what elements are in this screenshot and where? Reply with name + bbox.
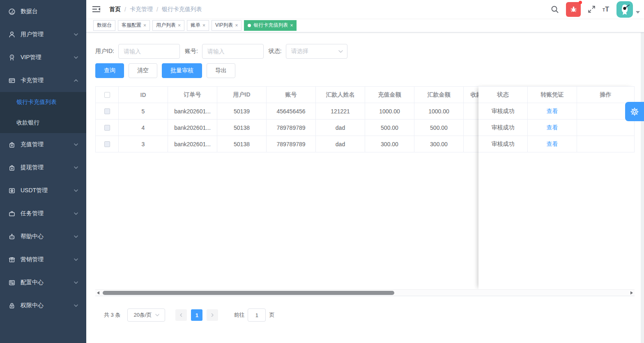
bank-card-icon bbox=[8, 77, 16, 84]
table-row[interactable]: 4 bank202601... 50138 789789789 dad 500.… bbox=[96, 120, 501, 136]
prev-page-button[interactable] bbox=[175, 309, 187, 321]
sidebar-item-dashboard[interactable]: 数据台 bbox=[0, 0, 86, 23]
table-row[interactable]: 3 bank202601... 50138 789789789 dad 300.… bbox=[96, 136, 501, 152]
tab-dashboard[interactable]: 数据台 bbox=[93, 20, 115, 31]
breadcrumb-level2: 银行卡充值列表 bbox=[162, 6, 202, 13]
sidebar-item-label: VIP管理 bbox=[21, 54, 41, 61]
account-label: 账号: bbox=[185, 48, 198, 55]
close-icon[interactable]: × bbox=[235, 23, 238, 28]
svg-text:1: 1 bbox=[11, 55, 13, 58]
sidebar-item-label: 卡充管理 bbox=[21, 77, 44, 84]
close-icon[interactable]: × bbox=[143, 23, 146, 28]
account-input[interactable] bbox=[202, 44, 264, 59]
sidebar-item-card-recharge[interactable]: 卡充管理 bbox=[0, 69, 86, 92]
tab-bills[interactable]: 账单× bbox=[187, 20, 209, 31]
data-table: ID 订单号 用户ID 账号 汇款人姓名 充值金额 汇款金额 收款银行 5 ba… bbox=[95, 86, 635, 289]
search-icon[interactable] bbox=[551, 5, 559, 14]
view-voucher-link[interactable]: 查看 bbox=[547, 140, 558, 148]
tab-customer-service-config[interactable]: 客服配置× bbox=[118, 20, 150, 31]
scroll-left-arrow-icon[interactable] bbox=[97, 291, 99, 295]
error-log-button[interactable] bbox=[566, 2, 581, 17]
table-row-fixed: 审核成功 查看 bbox=[478, 120, 635, 136]
close-icon[interactable]: × bbox=[202, 23, 205, 28]
chevron-down-icon bbox=[74, 235, 78, 238]
sidebar-item-receiving-bank[interactable]: 收款银行 bbox=[0, 113, 86, 133]
export-button[interactable]: 导出 bbox=[207, 63, 235, 78]
sidebar-item-usdt-management[interactable]: USDT管理 bbox=[0, 179, 86, 202]
status-select[interactable]: 请选择 bbox=[286, 44, 347, 59]
chevron-up-icon bbox=[74, 79, 78, 82]
clear-button[interactable]: 清空 bbox=[129, 63, 157, 78]
chevron-down-icon bbox=[74, 56, 78, 59]
view-voucher-link[interactable]: 查看 bbox=[547, 108, 558, 115]
sidebar-item-user-management[interactable]: 用户管理 bbox=[0, 23, 86, 46]
pagination: 共 3 条 20条/页 1 前往 页 bbox=[104, 308, 274, 322]
scroll-right-arrow-icon[interactable] bbox=[630, 291, 633, 295]
search-button[interactable]: 查询 bbox=[95, 63, 124, 78]
row-checkbox[interactable] bbox=[104, 108, 110, 114]
tags-view-bar: 数据台 客服配置× 用户列表× 账单× VIP列表× 银行卡充值列表× bbox=[86, 18, 644, 32]
user-id-input[interactable] bbox=[118, 44, 180, 59]
sidebar-item-withdraw-management[interactable]: 提现管理 bbox=[0, 156, 86, 179]
view-voucher-link[interactable]: 查看 bbox=[547, 124, 558, 131]
chevron-down-icon bbox=[74, 281, 78, 284]
scrollbar-thumb[interactable] bbox=[103, 291, 394, 295]
sidebar-item-permission-center[interactable]: 权限中心 bbox=[0, 294, 86, 317]
sidebar-item-label: 帮助中心 bbox=[21, 233, 44, 240]
sidebar-item-task-management[interactable]: 任务管理 bbox=[0, 202, 86, 225]
table-row-fixed: 审核成功 查看 bbox=[478, 103, 635, 120]
chevron-down-icon bbox=[74, 33, 78, 36]
col-voucher: 转账凭证 bbox=[528, 87, 577, 103]
chevron-down-icon bbox=[155, 314, 159, 316]
tab-bank-card-recharge-list[interactable]: 银行卡充值列表× bbox=[244, 20, 297, 31]
close-icon[interactable]: × bbox=[178, 23, 181, 28]
table-row[interactable]: 5 bank202601... 50139 456456456 121221 1… bbox=[96, 103, 501, 120]
chevron-down-icon bbox=[74, 212, 78, 215]
goto-label: 前往 bbox=[234, 311, 244, 319]
page-number-button[interactable]: 1 bbox=[191, 309, 202, 321]
tab-vip-list[interactable]: VIP列表× bbox=[212, 20, 242, 31]
sidebar-collapse-icon[interactable] bbox=[92, 6, 101, 13]
close-icon[interactable]: × bbox=[290, 23, 293, 28]
chevron-down-icon bbox=[74, 166, 78, 169]
goto-page-input[interactable] bbox=[248, 308, 266, 322]
sidebar-item-marketing-management[interactable]: 营销管理 bbox=[0, 248, 86, 271]
batch-audit-button[interactable]: 批量审核 bbox=[162, 63, 202, 78]
sidebar-item-label: 权限中心 bbox=[21, 302, 44, 309]
sidebar-item-help-center[interactable]: 帮助中心 bbox=[0, 225, 86, 248]
sidebar-item-recharge-management[interactable]: 充值管理 bbox=[0, 133, 86, 156]
avatar[interactable] bbox=[616, 1, 633, 18]
col-recharge-amount: 充值金额 bbox=[365, 87, 414, 103]
sidebar-item-label: 营销管理 bbox=[21, 256, 44, 263]
filter-form: 用户ID: 账号: 状态: 请选择 bbox=[95, 44, 347, 59]
next-page-button[interactable] bbox=[207, 309, 218, 321]
sidebar-item-vip-management[interactable]: 1 VIP管理 bbox=[0, 46, 86, 69]
fullscreen-icon[interactable] bbox=[588, 5, 596, 13]
row-checkbox[interactable] bbox=[104, 125, 110, 131]
sidebar-item-bank-card-recharge-list[interactable]: 银行卡充值列表 bbox=[0, 92, 86, 113]
select-all-checkbox[interactable] bbox=[104, 92, 110, 98]
actions-cell bbox=[577, 120, 635, 136]
font-size-icon[interactable]: TT bbox=[603, 6, 609, 13]
app-window: 数据台 用户管理 1 VIP管理 卡充管理 银行卡充值列表 收款银行 bbox=[0, 0, 644, 343]
avatar-dropdown-caret[interactable] bbox=[636, 11, 640, 14]
user-id-label: 用户ID: bbox=[95, 48, 114, 55]
gear-icon bbox=[630, 107, 639, 116]
col-status: 状态 bbox=[478, 87, 528, 103]
sidebar-submenu-card-recharge: 银行卡充值列表 收款银行 bbox=[0, 92, 86, 133]
row-checkbox[interactable] bbox=[104, 141, 110, 147]
chevron-down-icon bbox=[74, 189, 78, 192]
breadcrumb-home[interactable]: 首页 bbox=[109, 6, 121, 13]
table-horizontal-scrollbar[interactable] bbox=[95, 289, 635, 296]
pagination-total: 共 3 条 bbox=[104, 311, 120, 319]
help-icon bbox=[8, 233, 16, 240]
tab-user-list[interactable]: 用户列表× bbox=[152, 20, 184, 31]
chevron-down-icon bbox=[74, 304, 78, 307]
page-scrollbar-gutter[interactable] bbox=[641, 18, 644, 343]
page-size-select[interactable]: 20条/页 bbox=[127, 308, 165, 322]
sidebar-item-config-center[interactable]: 配置中心 bbox=[0, 271, 86, 294]
breadcrumb-level1: 卡充管理 bbox=[130, 6, 153, 13]
settings-gear-button[interactable] bbox=[625, 102, 644, 121]
table-row-fixed: 审核成功 查看 bbox=[478, 136, 635, 152]
sidebar-item-label: 用户管理 bbox=[21, 31, 44, 38]
